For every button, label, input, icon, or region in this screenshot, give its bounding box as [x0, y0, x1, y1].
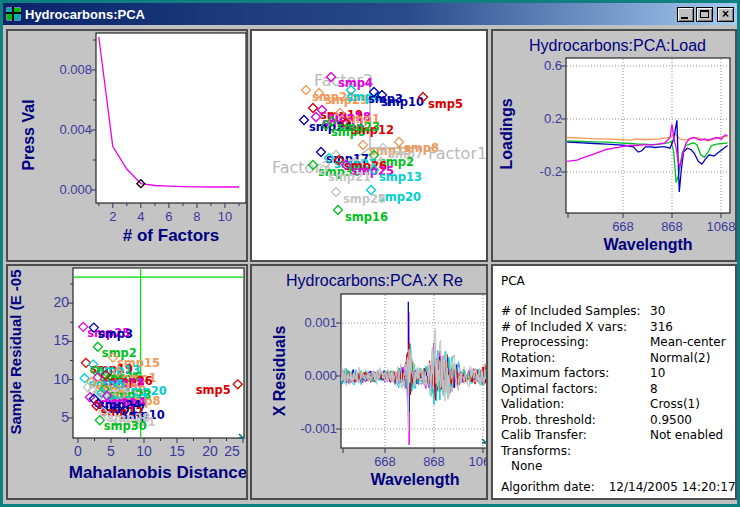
info-row-label: Maximum factors:	[501, 366, 609, 380]
svg-text:0.2: 0.2	[544, 111, 562, 126]
maximize-button[interactable]	[696, 7, 713, 22]
svg-text:smp28: smp28	[343, 192, 386, 206]
svg-text:5: 5	[61, 409, 69, 425]
info-row-value: Normal(2)	[650, 351, 710, 365]
info-row-label: Rotation:	[501, 351, 555, 365]
svg-text:X Residuals: X Residuals	[271, 326, 288, 417]
svg-text:Mahalanobis Distance: Mahalanobis Distance	[69, 463, 246, 482]
maximize-icon	[700, 10, 709, 18]
info-row-value: 316	[650, 320, 673, 334]
svg-text:868: 868	[661, 219, 683, 234]
panel-model-info[interactable]: PCA # of Included Samples:30# of Include…	[491, 264, 737, 500]
window-title: Hydrocarbons:PCA	[25, 7, 677, 22]
panel-loadings-plot[interactable]: Hydrocarbons:PCA:Load0.60.2-0.2668868106…	[491, 29, 737, 262]
info-footer: Algorithm date:12/14/2005 14:20:17.0390	[501, 480, 737, 494]
svg-text:25: 25	[224, 443, 240, 459]
svg-text:868: 868	[423, 454, 445, 469]
client-area: 0.0000.0040.008246810# of FactorsPress V…	[3, 25, 737, 504]
svg-text:0.6: 0.6	[544, 58, 562, 73]
info-row-value: Cross(1)	[650, 397, 700, 411]
svg-text:10: 10	[136, 443, 152, 459]
svg-text:0.000: 0.000	[304, 368, 337, 383]
app-window: Hydrocarbons:PCA × 0.0000.0040.008246810…	[0, 0, 740, 507]
svg-text:Hydrocarbons:PCA:Load: Hydrocarbons:PCA:Load	[529, 37, 706, 54]
info-row-label: # of Included X vars:	[501, 320, 627, 334]
svg-text:Wavelength: Wavelength	[370, 471, 459, 488]
title-bar[interactable]: Hydrocarbons:PCA ×	[3, 3, 737, 25]
svg-text:smp3: smp3	[98, 327, 133, 341]
panel-press-val[interactable]: 0.0000.0040.008246810# of FactorsPress V…	[6, 29, 248, 262]
info-row-label: Prob. threshold:	[501, 413, 596, 427]
info-row-label: None	[511, 459, 542, 473]
x-residuals-chart: Hydrocarbons:PCA:X Re0.0010.000-0.001668…	[252, 266, 486, 498]
svg-text:# of Factors: # of Factors	[123, 226, 219, 245]
svg-text:smp5: smp5	[196, 383, 231, 397]
panel-x-residuals[interactable]: Hydrocarbons:PCA:X Re0.0010.000-0.001668…	[250, 264, 488, 500]
info-header: PCA	[501, 274, 525, 288]
svg-text:20: 20	[53, 294, 69, 310]
svg-text:10: 10	[53, 371, 69, 387]
info-row-value: 30	[650, 304, 665, 318]
svg-text:15: 15	[53, 332, 69, 348]
svg-text:smp13: smp13	[379, 170, 422, 184]
svg-text:-0.001: -0.001	[300, 421, 337, 436]
svg-text:8: 8	[193, 209, 200, 224]
scores-chart: Factor1Factor2Factor3smp4smp22smp29smp6s…	[252, 31, 486, 260]
svg-text:20: 20	[202, 443, 218, 459]
info-row: Calib Transfer:Not enabled	[493, 428, 735, 443]
svg-text:2: 2	[109, 209, 116, 224]
panel-scores-plot[interactable]: Factor1Factor2Factor3smp4smp22smp29smp6s…	[250, 29, 488, 262]
close-icon: ×	[718, 7, 733, 22]
svg-text:1068: 1068	[707, 219, 735, 234]
svg-text:smp5: smp5	[428, 97, 463, 111]
info-row-value: Not enabled	[650, 428, 723, 442]
svg-text:10: 10	[218, 209, 232, 224]
svg-text:-0.2: -0.2	[540, 164, 562, 179]
close-button[interactable]: ×	[717, 7, 734, 22]
minimize-icon	[681, 17, 688, 19]
info-row: Maximum factors:10	[493, 366, 735, 381]
info-row-value: 10	[650, 366, 665, 380]
svg-text:5: 5	[107, 443, 115, 459]
info-row: Validation:Cross(1)	[493, 397, 735, 412]
info-footer-value: 12/14/2005 14:20:17.0390	[609, 480, 737, 494]
svg-text:Hydrocarbons:PCA:X Re: Hydrocarbons:PCA:X Re	[286, 272, 463, 289]
svg-text:668: 668	[374, 454, 396, 469]
panel-sample-residual[interactable]: 51015200510152025smp25smp3smp2smp15smp19…	[6, 264, 248, 500]
info-row: Transforms:	[493, 444, 735, 459]
app-icon	[6, 7, 21, 21]
info-row-label: Validation:	[501, 397, 564, 411]
svg-text:0.000: 0.000	[59, 182, 92, 197]
svg-text:4: 4	[137, 209, 144, 224]
info-row: # of Included Samples:30	[493, 304, 735, 319]
info-row-label: Transforms:	[501, 444, 571, 458]
info-row: # of Included X vars:316	[493, 320, 735, 335]
svg-text:0.008: 0.008	[59, 62, 92, 77]
press-val-chart: 0.0000.0040.008246810# of FactorsPress V…	[8, 31, 248, 262]
info-row-value: 8	[650, 382, 658, 396]
info-row-label: Calib Transfer:	[501, 428, 587, 442]
sample-residual-chart: 51015200510152025smp25smp3smp2smp15smp19…	[8, 266, 246, 498]
info-row: Rotation:Normal(2)	[493, 351, 735, 366]
info-row-value: Mean-center	[650, 335, 726, 349]
svg-text:smp30: smp30	[104, 419, 147, 433]
info-row-label: Preprocessing:	[501, 335, 589, 349]
info-row-label: Optimal factors:	[501, 382, 598, 396]
svg-text:smp4: smp4	[338, 76, 373, 90]
svg-text:0: 0	[74, 443, 82, 459]
info-row-label: # of Included Samples:	[501, 304, 641, 318]
info-row-value: 0.9500	[650, 413, 692, 427]
minimize-button[interactable]	[677, 7, 694, 22]
info-row: Prob. threshold:0.9500	[493, 413, 735, 428]
svg-text:0.004: 0.004	[59, 122, 92, 137]
svg-text:6: 6	[165, 209, 172, 224]
info-row: Preprocessing:Mean-center	[493, 335, 735, 350]
svg-text:smp10: smp10	[381, 95, 424, 109]
info-footer-label: Algorithm date:	[501, 480, 595, 494]
svg-text:smp16: smp16	[345, 210, 388, 224]
info-row: Optimal factors:8	[493, 382, 735, 397]
svg-text:1068: 1068	[469, 454, 486, 469]
loadings-chart: Hydrocarbons:PCA:Load0.60.2-0.2668868106…	[493, 31, 735, 260]
svg-text:Press Val: Press Val	[20, 99, 37, 170]
svg-text:smp21: smp21	[328, 170, 371, 184]
